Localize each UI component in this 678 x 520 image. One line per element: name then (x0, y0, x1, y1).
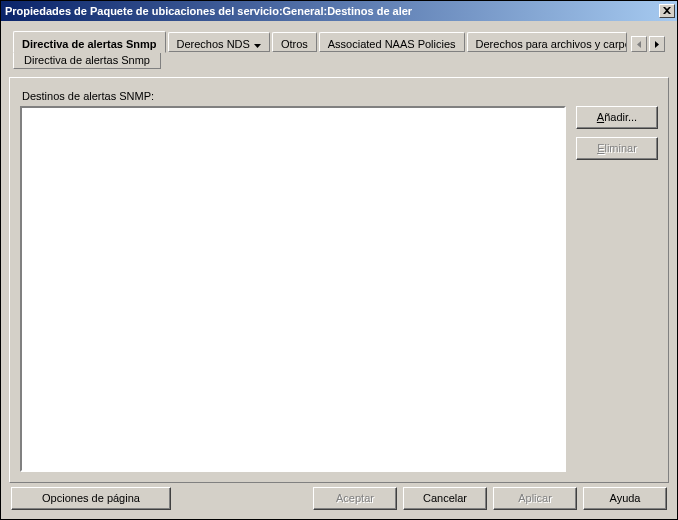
arrow-left-icon (637, 41, 641, 48)
tab-nds-rights[interactable]: Derechos NDS (168, 32, 270, 52)
tab-scroll (629, 31, 665, 53)
tab-snmp-alert-directive[interactable]: Directiva de alertas Snmp (13, 31, 166, 53)
panel-content: Añadir... Eliminar (20, 106, 658, 472)
tab-label: Associated NAAS Policies (328, 38, 456, 50)
dialog-button-row: Opciones de página Aceptar Cancelar Apli… (9, 483, 669, 513)
snmp-destinations-list[interactable] (20, 106, 566, 472)
tab-scroll-left-button[interactable] (631, 36, 647, 52)
tab-label: Derechos para archivos y carpetas (476, 38, 627, 50)
button-label: Ayuda (610, 492, 641, 504)
accept-button[interactable]: Aceptar (313, 487, 397, 510)
tab-naas-policies[interactable]: Associated NAAS Policies (319, 32, 465, 52)
close-icon (663, 7, 671, 15)
delete-button[interactable]: Eliminar (576, 137, 658, 160)
page-options-button[interactable]: Opciones de página (11, 487, 171, 510)
client-area: Directiva de alertas Snmp Derechos NDS O… (1, 21, 677, 519)
button-label: Aceptar (336, 492, 374, 504)
tab-scroll-right-button[interactable] (649, 36, 665, 52)
help-button[interactable]: Ayuda (583, 487, 667, 510)
snmp-destinations-label: Destinos de alertas SNMP: (22, 90, 658, 102)
button-label: Cancelar (423, 492, 467, 504)
tab-label: Derechos NDS (177, 38, 250, 50)
tab-others[interactable]: Otros (272, 32, 317, 52)
titlebar: Propiedades de Paquete de ubicaciones de… (1, 1, 677, 21)
window-root: Propiedades de Paquete de ubicaciones de… (0, 0, 678, 520)
button-label: Eliminar (597, 142, 637, 154)
apply-button[interactable]: Aplicar (493, 487, 577, 510)
add-button[interactable]: Añadir... (576, 106, 658, 129)
sub-tab-row: Directiva de alertas Snmp (13, 51, 163, 69)
arrow-right-icon (655, 41, 659, 48)
side-buttons: Añadir... Eliminar (576, 106, 658, 472)
properties-panel: Destinos de alertas SNMP: Añadir... Elim… (9, 77, 669, 483)
tab-file-folder-rights[interactable]: Derechos para archivos y carpetas (467, 32, 627, 52)
button-label: Añadir... (597, 111, 637, 123)
window-title: Propiedades de Paquete de ubicaciones de… (5, 5, 659, 17)
sub-tab-snmp-alert-directive[interactable]: Directiva de alertas Snmp (13, 51, 161, 69)
tab-label: Otros (281, 38, 308, 50)
sub-tab-label: Directiva de alertas Snmp (24, 54, 150, 66)
tab-row: Directiva de alertas Snmp Derechos NDS O… (13, 31, 665, 53)
tab-strip: Directiva de alertas Snmp Derechos NDS O… (9, 29, 669, 71)
tab-label: Directiva de alertas Snmp (22, 38, 157, 50)
chevron-down-icon (254, 38, 261, 50)
button-label: Aplicar (518, 492, 552, 504)
button-label: Opciones de página (42, 492, 140, 504)
cancel-button[interactable]: Cancelar (403, 487, 487, 510)
close-button[interactable] (659, 4, 675, 18)
